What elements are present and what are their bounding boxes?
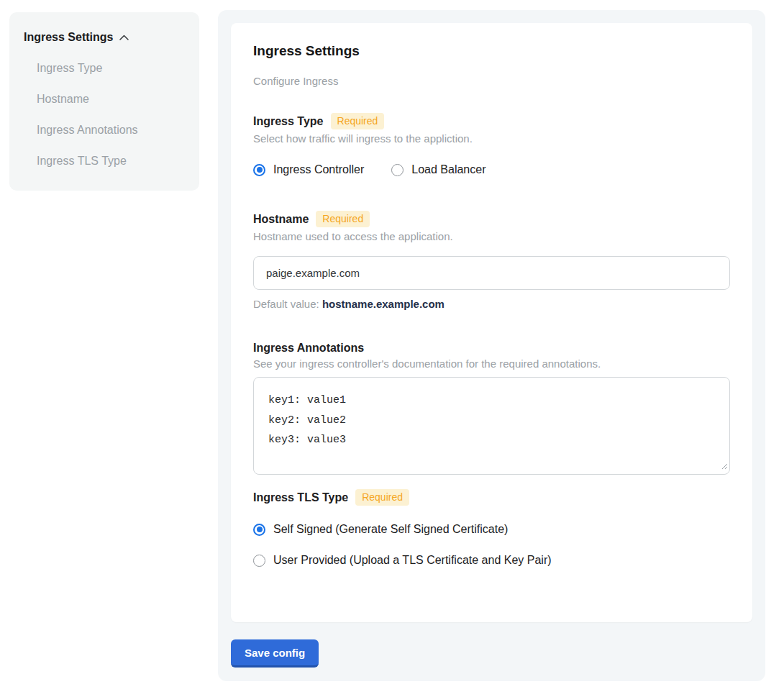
sidebar-item-ingress-tls-type[interactable]: Ingress TLS Type [37, 155, 185, 168]
radio-option-load-balancer[interactable]: Load Balancer [391, 163, 486, 176]
required-badge: Required [316, 211, 370, 227]
ingress-settings-card: Ingress Settings Configure Ingress Ingre… [231, 23, 752, 622]
radio-button-unselected-icon[interactable] [391, 164, 404, 176]
hostname-section: Hostname Required Hostname used to acces… [253, 211, 730, 310]
radio-label: User Provided (Upload a TLS Certificate … [273, 554, 552, 567]
sidebar-section-title: Ingress Settings [24, 31, 113, 44]
radio-label: Load Balancer [411, 163, 486, 176]
page-title: Ingress Settings [253, 43, 730, 59]
hostname-label: Hostname [253, 213, 309, 226]
save-config-button[interactable]: Save config [231, 639, 319, 668]
ingress-annotations-label: Ingress Annotations [253, 342, 364, 355]
sidebar-item-ingress-annotations[interactable]: Ingress Annotations [37, 124, 185, 137]
chevron-up-icon [119, 34, 129, 41]
ingress-type-label: Ingress Type [253, 115, 324, 128]
ingress-tls-type-section: Ingress TLS Type Required Self Signed (G… [253, 489, 730, 567]
hostname-default-value: Default value: hostname.example.com [253, 298, 730, 310]
ingress-annotations-textarea[interactable]: key1: value1 key2: value2 key3: value3 [253, 377, 730, 475]
hostname-input[interactable] [253, 256, 730, 290]
radio-button-unselected-icon[interactable] [253, 555, 265, 567]
ingress-settings-panel: Ingress Settings Configure Ingress Ingre… [218, 10, 765, 681]
sidebar-item-hostname[interactable]: Hostname [37, 93, 185, 106]
radio-label: Ingress Controller [273, 163, 364, 176]
hostname-default-value-bold: hostname.example.com [322, 298, 445, 310]
radio-option-self-signed[interactable]: Self Signed (Generate Self Signed Certif… [253, 523, 730, 536]
ingress-tls-type-label: Ingress TLS Type [253, 491, 348, 504]
ingress-annotations-description: See your ingress controller's documentat… [253, 357, 730, 370]
ingress-type-description: Select how traffic will ingress to the a… [253, 132, 730, 145]
ingress-annotations-section: Ingress Annotations See your ingress con… [253, 342, 730, 475]
radio-option-ingress-controller[interactable]: Ingress Controller [253, 163, 364, 176]
radio-label: Self Signed (Generate Self Signed Certif… [273, 523, 508, 536]
required-badge: Required [331, 113, 385, 129]
ingress-settings-sidebar: Ingress Settings Ingress Type Hostname I… [9, 12, 199, 191]
page-subtitle: Configure Ingress [253, 75, 730, 87]
hostname-description: Hostname used to access the application. [253, 230, 730, 242]
ingress-type-section: Ingress Type Required Select how traffic… [253, 113, 730, 176]
sidebar-section-toggle[interactable]: Ingress Settings [24, 31, 185, 44]
radio-button-selected-icon[interactable] [253, 524, 265, 536]
sidebar-item-ingress-type[interactable]: Ingress Type [37, 62, 185, 75]
radio-button-selected-icon[interactable] [253, 164, 265, 176]
required-badge: Required [355, 489, 409, 506]
radio-option-user-provided[interactable]: User Provided (Upload a TLS Certificate … [253, 554, 730, 567]
resize-handle-icon[interactable] [721, 460, 728, 473]
